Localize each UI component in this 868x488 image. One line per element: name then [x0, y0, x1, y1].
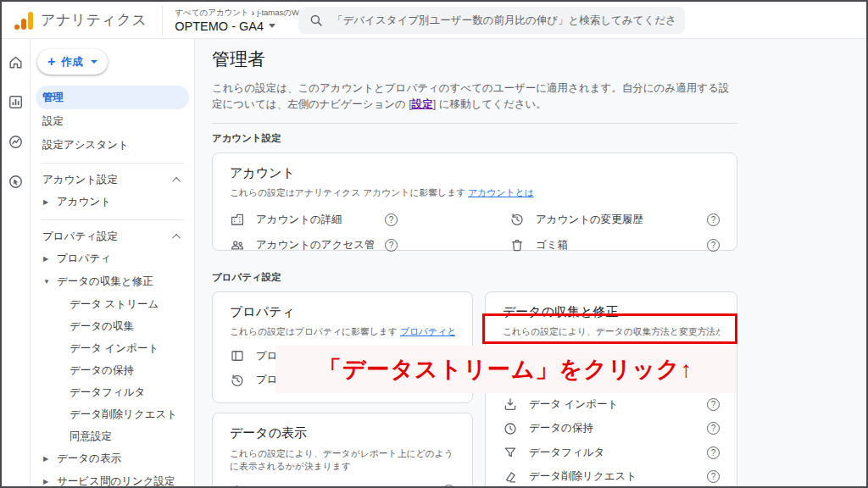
- help-icon[interactable]: [707, 422, 720, 435]
- tree-collapsed-icon: ▶: [43, 255, 50, 263]
- tree-collapsed-icon: ▶: [43, 478, 50, 485]
- breadcrumb-all-accounts: すべてのアカウント: [175, 8, 249, 19]
- data-display-card-subtitle: これらの設定により、データがレポート上にどのように表示されるかが決まります: [230, 447, 455, 473]
- data-deletion-item[interactable]: データ削除リクエスト: [503, 465, 720, 487]
- sidebar-item-data-import[interactable]: データ インポート: [31, 337, 194, 359]
- account-selector-value: OPTEMO - GA4: [175, 19, 264, 33]
- data-import-icon: [503, 396, 518, 412]
- data-filters-item[interactable]: データフィルタ: [503, 441, 720, 465]
- divider: [212, 123, 737, 124]
- settings-link[interactable]: 設定: [412, 98, 433, 110]
- page-description: これらの設定は、このアカウントとプロパティのすべてのユーザーに適用されます。自分…: [212, 80, 737, 113]
- annotation-text: 「データストリーム」をクリック↑: [319, 354, 693, 385]
- what-is-property-link[interactable]: プロパティとは: [400, 326, 455, 336]
- account-details-item[interactable]: アカウントの詳細: [230, 207, 398, 232]
- tree-collapsed-icon: ▶: [43, 198, 50, 206]
- top-app-bar: アナリティクス すべてのアカウント › j-tamasのWEBページ OPTEM…: [2, 2, 866, 39]
- people-icon: [230, 237, 245, 252]
- sidebar-item-setup-assistant[interactable]: 設定アシスタント: [31, 133, 194, 157]
- help-icon[interactable]: [707, 214, 720, 226]
- data-display-card-title: データの表示: [230, 425, 455, 441]
- chevron-up-icon: [172, 233, 181, 241]
- sidebar-item-data-streams[interactable]: データ ストリーム: [31, 293, 194, 315]
- sidebar-item-data-collection[interactable]: ▼ データの収集と修正: [31, 270, 194, 293]
- account-change-history-item[interactable]: アカウントの変更履歴: [509, 207, 720, 232]
- brand-title: アナリティクス: [41, 10, 147, 30]
- tree-expanded-icon: ▼: [43, 278, 50, 286]
- search-input[interactable]: [332, 14, 675, 26]
- help-icon[interactable]: [442, 485, 455, 486]
- help-icon[interactable]: [707, 398, 720, 411]
- divider: [41, 219, 184, 220]
- help-icon[interactable]: [385, 214, 398, 226]
- reports-icon[interactable]: [8, 94, 24, 110]
- data-retention-icon: [503, 421, 518, 436]
- trash-icon: [509, 237, 525, 252]
- property-card-title: プロパティ: [230, 304, 455, 320]
- sidebar-section-property-settings[interactable]: プロパティ設定: [31, 225, 194, 247]
- global-search[interactable]: [298, 7, 685, 34]
- sidebar-item-consent-settings[interactable]: 同意設定: [31, 425, 194, 447]
- admin-sidebar: + 作成 管理 設定 設定アシスタント アカウント設定 ▶ アカウント プロパテ…: [31, 39, 195, 486]
- ga4-admin-screen: アナリティクス すべてのアカウント › j-tamasのWEBページ OPTEM…: [0, 0, 868, 488]
- data-retention-item[interactable]: データの保持: [503, 417, 720, 441]
- sidebar-item-account[interactable]: ▶ アカウント: [31, 191, 194, 214]
- property-settings-section-label: プロパティ設定: [212, 271, 737, 284]
- sidebar-item-data-display[interactable]: ▶ データの表示: [31, 447, 194, 470]
- account-card: アカウント これらの設定はアナリティクス アカウントに影響します アカウントとは…: [212, 152, 737, 251]
- data-import-item[interactable]: データ インポート: [503, 392, 720, 417]
- history-icon: [509, 212, 525, 227]
- business-icon: [230, 212, 245, 227]
- sidebar-item-admin[interactable]: 管理: [36, 86, 189, 109]
- sidebar-item-property[interactable]: ▶ プロパティ: [31, 247, 194, 270]
- annotation-banner: 「データストリーム」をクリック↑: [275, 346, 736, 393]
- sidebar-item-data-retention[interactable]: データの保持: [31, 359, 194, 381]
- home-icon[interactable]: [8, 54, 24, 70]
- help-icon[interactable]: [707, 239, 720, 252]
- help-icon[interactable]: [707, 470, 720, 483]
- data-collection-card-subtitle: これらの設定により、データの収集方法と変更方法が決まります: [503, 326, 720, 338]
- plus-icon: +: [47, 55, 55, 69]
- explore-icon[interactable]: [8, 134, 24, 150]
- sidebar-item-data-collection-sub[interactable]: データの収集: [31, 315, 194, 337]
- admin-main-panel: 管理者 これらの設定は、このアカウントとプロパティのすべてのユーザーに適用されま…: [195, 39, 866, 486]
- data-display-card: データの表示 これらの設定により、データがレポート上にどのように表示されるかが決…: [212, 413, 473, 486]
- account-card-title: アカウント: [230, 165, 720, 181]
- sidebar-item-data-filters[interactable]: データフィルタ: [31, 381, 194, 403]
- create-button[interactable]: + 作成: [37, 49, 108, 75]
- trash-can-item[interactable]: ゴミ箱: [509, 232, 720, 258]
- account-card-subtitle: これらの設定はアナリティクス アカウントに影響します アカウントとは: [230, 187, 720, 199]
- touch-event-icon: [230, 483, 245, 486]
- eraser-icon: [503, 469, 518, 485]
- google-analytics-logo-icon[interactable]: [14, 11, 33, 30]
- sidebar-item-settings[interactable]: 設定: [31, 109, 194, 133]
- events-item[interactable]: イベント: [230, 479, 455, 486]
- divider: [41, 163, 184, 164]
- account-caret-icon: [269, 24, 275, 28]
- sidebar-item-product-links[interactable]: ▶ サービス間のリンク設定: [31, 470, 194, 488]
- advertising-icon[interactable]: [8, 174, 24, 190]
- search-icon: [309, 13, 324, 28]
- tree-collapsed-icon: ▶: [43, 455, 50, 463]
- left-icon-rail: [2, 39, 31, 486]
- card-icon: [230, 348, 245, 363]
- help-icon[interactable]: [707, 446, 720, 459]
- chevron-up-icon: [172, 176, 181, 185]
- data-collection-card-title: データの収集と修正: [503, 304, 720, 320]
- history-icon: [230, 373, 245, 388]
- property-card-subtitle: これらの設定はプロパティに影響します プロパティとは: [230, 326, 455, 338]
- breadcrumb-chevron-icon: ›: [252, 8, 254, 18]
- sidebar-section-account-settings[interactable]: アカウント設定: [31, 169, 194, 191]
- create-button-label: 作成: [61, 55, 83, 69]
- page-title: 管理者: [212, 47, 737, 71]
- funnel-icon: [503, 445, 518, 460]
- what-is-account-link[interactable]: アカウントとは: [468, 187, 533, 197]
- sidebar-item-data-deletion[interactable]: データ削除リクエスト: [31, 403, 194, 425]
- account-access-management-item[interactable]: アカウントのアクセス管理: [230, 232, 398, 258]
- help-icon[interactable]: [385, 239, 398, 252]
- account-settings-section-label: アカウント設定: [212, 132, 737, 145]
- create-caret-icon[interactable]: [91, 60, 97, 64]
